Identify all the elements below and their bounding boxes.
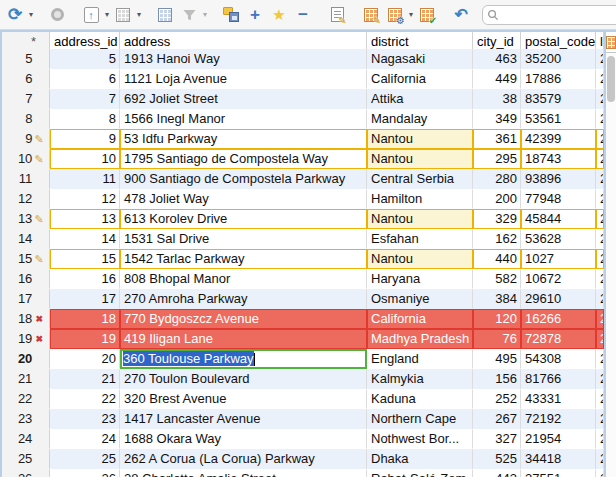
commit-table-button[interactable]: ✔ <box>416 3 438 27</box>
calculator-button[interactable] <box>154 3 176 27</box>
view-mode-button[interactable] <box>112 3 134 27</box>
cell-last[interactable]: 2 <box>596 189 604 209</box>
cell-address_id[interactable]: 9 <box>50 129 120 149</box>
cell-postal_code[interactable]: 17886 <box>521 69 596 89</box>
table-row-5[interactable]: 551913 Hanoi WayNagasaki463352002 <box>2 49 604 69</box>
cell-city_id[interactable]: 200 <box>473 189 521 209</box>
view-mode-dropdown-caret[interactable]: ▾ <box>136 3 142 27</box>
row-number-18[interactable]: 18✖ <box>2 309 50 329</box>
save-layout-button[interactable] <box>220 3 242 27</box>
cell-address[interactable]: 360 Toulouse Parkway <box>120 349 367 369</box>
row-number-7[interactable]: 7 <box>2 89 50 109</box>
cell-district[interactable]: Rabat-Salé-Zem... <box>367 469 473 477</box>
cell-city_id[interactable]: 443 <box>473 469 521 477</box>
cell-address[interactable]: 270 Amroha Parkway <box>120 289 367 309</box>
cell-district[interactable]: California <box>367 69 473 89</box>
cell-address_id[interactable]: 17 <box>50 289 120 309</box>
cell-last[interactable]: 2 <box>596 349 604 369</box>
cell-last[interactable]: 2 <box>596 389 604 409</box>
cell-postal_code[interactable]: 21954 <box>521 429 596 449</box>
cell-address_id[interactable]: 15 <box>50 249 120 269</box>
table-row-25[interactable]: 2525262 A Corua (La Corua) ParkwayDhaka5… <box>2 449 604 469</box>
table-row-19[interactable]: 19✖19419 Iligan LaneMadhya Pradesh767287… <box>2 329 604 349</box>
cell-address_id[interactable]: 21 <box>50 369 120 389</box>
table-row-9[interactable]: 9✎953 Idfu ParkwayNantou361423992 <box>2 129 604 149</box>
cell-postal_code[interactable]: 34418 <box>521 449 596 469</box>
cell-district[interactable]: Kaduna <box>367 389 473 409</box>
cell-postal_code[interactable]: 45844 <box>521 209 596 229</box>
table-row-21[interactable]: 2121270 Toulon BoulevardKalmykia15681766… <box>2 369 604 389</box>
row-number-16[interactable]: 16 <box>2 269 50 289</box>
cell-last[interactable]: 2 <box>596 469 604 477</box>
cell-last[interactable]: 2 <box>596 129 604 149</box>
cell-address_id[interactable]: 16 <box>50 269 120 289</box>
vertical-scrollbar[interactable] <box>604 32 616 477</box>
search-input[interactable] <box>502 8 616 22</box>
row-number-6[interactable]: 6 <box>2 69 50 89</box>
cell-last[interactable]: 2 <box>596 229 604 249</box>
cell-address[interactable]: 770 Bydgoszcz Avenue <box>120 309 367 329</box>
cell-city_id[interactable]: 327 <box>473 429 521 449</box>
cell-district[interactable]: Attika <box>367 89 473 109</box>
cell-postal_code[interactable]: 93896 <box>521 169 596 189</box>
cell-city_id[interactable]: 295 <box>473 149 521 169</box>
cell-city_id[interactable]: 582 <box>473 269 521 289</box>
stop-button[interactable] <box>46 3 68 27</box>
cell-address_id[interactable]: 6 <box>50 69 120 89</box>
cell-city_id[interactable]: 120 <box>473 309 521 329</box>
table-row-8[interactable]: 881566 Inegl ManorMandalay349535612 <box>2 109 604 129</box>
cell-address[interactable]: 28 Charlotte Amalie Street <box>120 469 367 477</box>
cell-district[interactable]: Nantou <box>367 149 473 169</box>
cell-postal_code[interactable]: 77948 <box>521 189 596 209</box>
cell-city_id[interactable]: 349 <box>473 109 521 129</box>
cell-city_id[interactable]: 280 <box>473 169 521 189</box>
cell-address_id[interactable]: 13 <box>50 209 120 229</box>
cell-address_id[interactable]: 23 <box>50 409 120 429</box>
scrollbar-thumb[interactable] <box>607 56 615 102</box>
cell-last[interactable]: 2 <box>596 209 604 229</box>
cell-address[interactable]: 613 Korolev Drive <box>120 209 367 229</box>
refresh-button[interactable]: ⟳ <box>4 3 26 27</box>
cell-postal_code[interactable]: 81766 <box>521 369 596 389</box>
cell-address_id[interactable]: 25 <box>50 449 120 469</box>
cell-postal_code[interactable]: 10672 <box>521 269 596 289</box>
table-corner-icon[interactable] <box>606 36 616 49</box>
cell-postal_code[interactable]: 53628 <box>521 229 596 249</box>
row-number-15[interactable]: 15✎ <box>2 249 50 269</box>
cell-address[interactable]: 262 A Corua (La Corua) Parkway <box>120 449 367 469</box>
row-number-10[interactable]: 10✎ <box>2 149 50 169</box>
cell-city_id[interactable]: 162 <box>473 229 521 249</box>
row-number-12[interactable]: 12 <box>2 189 50 209</box>
cell-postal_code[interactable]: 72192 <box>521 409 596 429</box>
cell-postal_code[interactable]: 53561 <box>521 109 596 129</box>
cell-postal_code[interactable]: 83579 <box>521 89 596 109</box>
cell-city_id[interactable]: 76 <box>473 329 521 349</box>
cell-city_id[interactable]: 384 <box>473 289 521 309</box>
row-number-11[interactable]: 11 <box>2 169 50 189</box>
cell-postal_code[interactable]: 42399 <box>521 129 596 149</box>
cell-district[interactable]: England <box>367 349 473 369</box>
cell-address[interactable]: 1913 Hanoi Way <box>120 49 367 69</box>
cell-address_id[interactable]: 5 <box>50 49 120 69</box>
table-row-12[interactable]: 1212478 Joliet WayHamilton200779482 <box>2 189 604 209</box>
cell-postal_code[interactable]: 35200 <box>521 49 596 69</box>
cell-postal_code[interactable]: 72878 <box>521 329 596 349</box>
edit-source-button[interactable]: ✎ <box>326 3 348 27</box>
cell-address[interactable]: 478 Joliet Way <box>120 189 367 209</box>
table-row-22[interactable]: 2222320 Brest AvenueKaduna252433312 <box>2 389 604 409</box>
cell-city_id[interactable]: 440 <box>473 249 521 269</box>
export-data-button[interactable]: ↑ <box>80 3 102 27</box>
cell-city_id[interactable]: 463 <box>473 49 521 69</box>
edit-table-button[interactable]: ✎ <box>360 3 382 27</box>
table-options-dropdown-caret[interactable]: ▾ <box>408 3 414 27</box>
cell-address_id[interactable]: 14 <box>50 229 120 249</box>
cell-city_id[interactable]: 252 <box>473 389 521 409</box>
cell-last[interactable]: 2 <box>596 369 604 389</box>
cell-last[interactable]: 2 <box>596 169 604 189</box>
cell-last[interactable]: 2 <box>596 69 604 89</box>
cell-address_id[interactable]: 8 <box>50 109 120 129</box>
cell-address[interactable]: 692 Joliet Street <box>120 89 367 109</box>
row-number-19[interactable]: 19✖ <box>2 329 50 349</box>
cell-address[interactable]: 1688 Okara Way <box>120 429 367 449</box>
cell-address[interactable]: 900 Santiago de Compostela Parkway <box>120 169 367 189</box>
